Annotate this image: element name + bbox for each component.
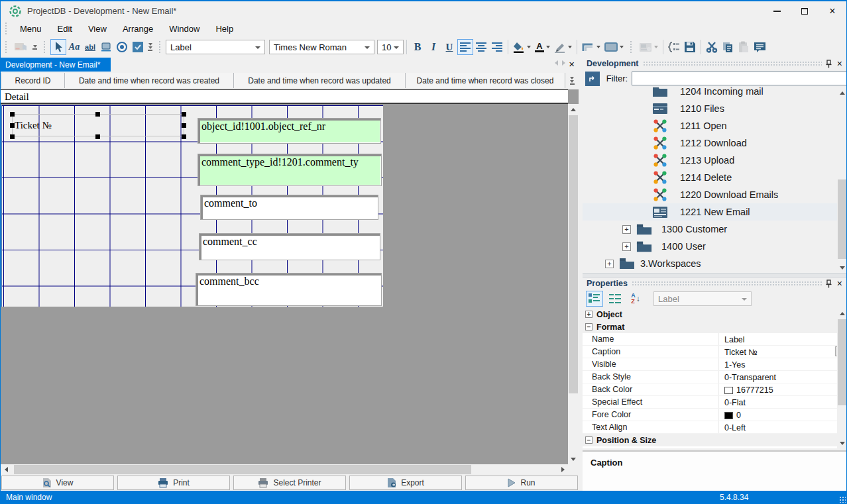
scrollbar-thumb[interactable] — [569, 115, 578, 393]
selection-handle[interactable] — [10, 134, 15, 139]
tree-item-1221-new-email[interactable]: 1221 New Email — [583, 203, 847, 221]
selection-handle[interactable] — [95, 134, 100, 139]
alphabetical-view-button[interactable] — [606, 291, 624, 307]
toolbar-grip-4[interactable] — [630, 40, 633, 54]
scroll-up-icon[interactable] — [568, 104, 579, 115]
field-object-ref[interactable]: object_id!1001.object_ref_nr — [198, 118, 381, 144]
tree-item-1300-customer[interactable]: + 1300 Customer — [583, 221, 847, 238]
panel-splitter[interactable] — [583, 273, 847, 277]
print-button[interactable]: Print — [117, 476, 230, 490]
group-overflow-chevron-2[interactable] — [146, 39, 154, 55]
menu-item-menu[interactable]: Menu — [12, 22, 50, 36]
field-comment-type[interactable]: comment_type_id!1201.comment_ty — [198, 154, 382, 186]
scrollbar-thumb[interactable] — [838, 319, 846, 405]
property-row-back-color[interactable]: Back Color 16777215 — [583, 383, 837, 396]
scroll-down-icon[interactable] — [837, 438, 847, 448]
align-right-button[interactable] — [489, 39, 505, 55]
radio-tool-button[interactable] — [114, 39, 130, 55]
property-row-visible[interactable]: Visible 1-Yes — [583, 358, 837, 371]
button-tool-button[interactable] — [98, 39, 114, 55]
selection-handle[interactable] — [182, 134, 186, 139]
properties-scrollbar[interactable] — [837, 308, 847, 448]
tab-scroll-left-icon[interactable] — [555, 60, 558, 66]
tree-scrollbar[interactable] — [837, 87, 847, 273]
field-comment-cc[interactable]: comment_cc — [199, 233, 380, 260]
tree-item-1211-open[interactable]: 1211 Open — [583, 117, 847, 134]
selection-handle[interactable] — [10, 123, 15, 128]
checkbox-tool-button[interactable] — [130, 39, 146, 55]
view-button[interactable]: View — [1, 476, 114, 490]
properties-close-icon[interactable]: × — [837, 279, 842, 288]
property-row-text-align[interactable]: Text Align 0-Left — [583, 421, 837, 434]
detail-band-header[interactable]: Detail — [1, 89, 568, 104]
property-section-position-size[interactable]: − Position & Size — [583, 434, 837, 446]
maximize-button[interactable] — [791, 1, 819, 21]
column-overflow-chevron[interactable] — [565, 73, 579, 88]
scroll-down-icon[interactable] — [568, 454, 579, 464]
scroll-right-icon[interactable] — [557, 464, 568, 475]
property-row-back-style[interactable]: Back Style 0-Transparent — [583, 371, 837, 383]
tree-item-1212-download[interactable]: 1212 Download — [583, 134, 847, 152]
group-overflow-chevron-1[interactable] — [30, 39, 39, 55]
scrollbar-thumb[interactable] — [838, 179, 846, 259]
export-button[interactable]: Export — [349, 476, 462, 490]
scroll-up-icon[interactable] — [837, 87, 847, 98]
section-collapse-icon[interactable]: − — [585, 323, 593, 330]
toolbar-grip-1[interactable] — [5, 40, 8, 54]
font-size-combobox[interactable]: 10 — [377, 40, 404, 54]
property-section-format[interactable]: − Format — [583, 321, 837, 333]
run-button[interactable]: Run — [465, 476, 578, 490]
style-combobox[interactable]: Label — [166, 40, 265, 54]
tree-item-1204-incoming-mail[interactable]: 1204 Incoming mail — [583, 87, 847, 100]
copy-button[interactable] — [720, 39, 736, 55]
font-color-button[interactable]: A — [533, 39, 552, 55]
object-selector-combobox[interactable]: Label — [653, 291, 752, 306]
property-row-fore-color[interactable]: Fore Color 0 — [583, 409, 837, 421]
border-style-button[interactable] — [580, 39, 602, 55]
pin-icon[interactable] — [826, 60, 832, 68]
toolbar-grip-2[interactable] — [43, 40, 46, 54]
menu-item-arrange[interactable]: Arrange — [115, 22, 161, 36]
font-combobox[interactable]: Times New Roman — [269, 40, 374, 54]
categorized-view-button[interactable] — [586, 291, 603, 307]
property-section-object[interactable]: + Object — [583, 308, 837, 321]
selection-handle[interactable] — [182, 123, 186, 128]
navigate-button[interactable] — [585, 72, 600, 86]
paste-button[interactable] — [736, 39, 752, 55]
column-header-created[interactable]: Date and time when record was created — [65, 73, 234, 88]
development-close-icon[interactable]: × — [837, 59, 842, 68]
menu-item-view[interactable]: View — [80, 22, 115, 36]
menu-item-window[interactable]: Window — [161, 22, 207, 36]
canvas-vertical-scrollbar[interactable] — [568, 104, 579, 504]
highlight-pen-button[interactable] — [552, 39, 574, 55]
property-row-name[interactable]: Name Label — [583, 333, 837, 346]
close-button[interactable]: × — [819, 1, 846, 21]
italic-button[interactable]: I — [425, 39, 441, 55]
scroll-left-icon[interactable] — [1, 464, 11, 475]
tree-item-1220-download-emails[interactable]: 1220 Download Emails — [583, 186, 847, 203]
menu-item-edit[interactable]: Edit — [50, 22, 80, 36]
menu-item-help[interactable]: Help — [207, 22, 241, 36]
report-designer-canvas[interactable]: Detail Ticket № object_id!1001.object_re… — [1, 89, 579, 504]
column-header-closed[interactable]: Date and time when record was closed — [406, 73, 565, 88]
notes-button[interactable] — [752, 39, 768, 55]
label-tool-button[interactable]: Aa — [66, 39, 82, 55]
bold-button[interactable]: B — [410, 39, 425, 55]
sort-az-button[interactable]: AZ ↓ — [627, 291, 644, 307]
picture-tool-button[interactable] — [12, 39, 30, 55]
select-printer-button[interactable]: Select Printer — [233, 476, 346, 490]
expand-icon[interactable]: + — [622, 242, 631, 251]
underline-button[interactable]: U — [441, 39, 457, 55]
section-expand-icon[interactable]: + — [585, 311, 593, 318]
column-header-record-id[interactable]: Record ID — [1, 73, 65, 88]
insert-image-button[interactable] — [637, 39, 660, 55]
menu-grip[interactable] — [5, 22, 8, 35]
selection-handle[interactable] — [95, 112, 100, 117]
align-left-button[interactable] — [457, 39, 473, 55]
toolbar-grip-3[interactable] — [158, 40, 162, 54]
tab-scroll-right-icon[interactable] — [562, 60, 565, 66]
tree-item-1213-upload[interactable]: 1213 Upload — [583, 152, 847, 169]
tab-close-icon[interactable]: × — [569, 58, 575, 70]
tree-item-workspaces[interactable]: + 3.Workspaces — [583, 255, 847, 272]
scroll-down-icon[interactable] — [837, 262, 847, 273]
